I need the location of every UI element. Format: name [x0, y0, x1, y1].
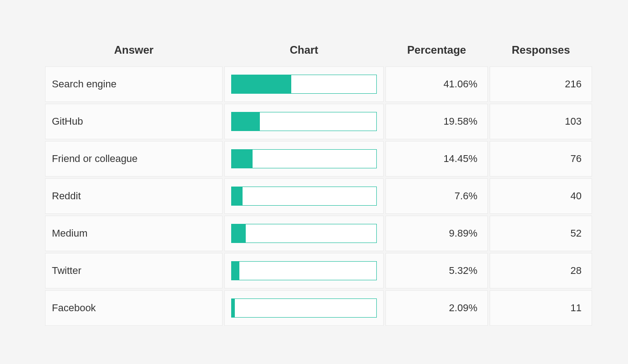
bar-fill: [232, 224, 246, 243]
table-header-row: Answer Chart Percentage Responses: [45, 38, 592, 65]
chart-cell: [224, 253, 384, 288]
responses-cell: 11: [490, 290, 592, 326]
col-header-responses: Responses: [490, 38, 592, 65]
responses-cell: 28: [490, 253, 592, 288]
table-row: Twitter5.32%28: [45, 253, 592, 288]
bar-track: [231, 261, 377, 280]
responses-cell: 103: [490, 104, 592, 139]
chart-cell: [224, 104, 384, 139]
percentage-cell: 41.06%: [385, 66, 488, 102]
table-row: Search engine41.06%216: [45, 66, 592, 102]
responses-cell: 216: [490, 66, 592, 102]
responses-cell: 52: [490, 216, 592, 251]
responses-cell: 40: [490, 178, 592, 214]
col-header-chart: Chart: [224, 38, 384, 65]
col-header-percentage: Percentage: [385, 38, 488, 65]
bar-track: [231, 298, 377, 318]
responses-cell: 76: [490, 141, 592, 177]
bar-fill: [232, 112, 260, 131]
survey-table: Answer Chart Percentage Responses Search…: [43, 36, 594, 328]
answer-cell: Medium: [45, 216, 223, 251]
bar-track: [231, 75, 377, 94]
chart-cell: [224, 178, 384, 214]
col-header-answer: Answer: [45, 38, 223, 65]
bar-track: [231, 224, 377, 243]
answer-cell: Twitter: [45, 253, 223, 288]
percentage-cell: 14.45%: [385, 141, 488, 177]
chart-cell: [224, 216, 384, 251]
percentage-cell: 9.89%: [385, 216, 488, 251]
answer-cell: GitHub: [45, 104, 223, 139]
chart-cell: [224, 141, 384, 177]
percentage-cell: 2.09%: [385, 290, 488, 326]
answer-cell: Friend or colleague: [45, 141, 223, 177]
percentage-cell: 19.58%: [385, 104, 488, 139]
percentage-cell: 5.32%: [385, 253, 488, 288]
table-body: Search engine41.06%216GitHub19.58%103Fri…: [45, 66, 592, 326]
bar-fill: [232, 187, 243, 205]
bar-track: [231, 112, 377, 131]
bar-fill: [232, 150, 253, 168]
bar-track: [231, 149, 377, 168]
survey-results-panel: Answer Chart Percentage Responses Search…: [0, 0, 628, 364]
table-row: Medium9.89%52: [45, 216, 592, 251]
table-row: GitHub19.58%103: [45, 104, 592, 139]
answer-cell: Facebook: [45, 290, 223, 326]
bar-fill: [232, 262, 239, 280]
table-row: Reddit7.6%40: [45, 178, 592, 214]
chart-cell: [224, 290, 384, 326]
bar-track: [231, 187, 377, 206]
chart-cell: [224, 66, 384, 102]
bar-fill: [232, 75, 291, 93]
table-row: Friend or colleague14.45%76: [45, 141, 592, 177]
bar-fill: [232, 299, 235, 317]
answer-cell: Reddit: [45, 178, 223, 214]
answer-cell: Search engine: [45, 66, 223, 102]
table-row: Facebook2.09%11: [45, 290, 592, 326]
percentage-cell: 7.6%: [385, 178, 488, 214]
